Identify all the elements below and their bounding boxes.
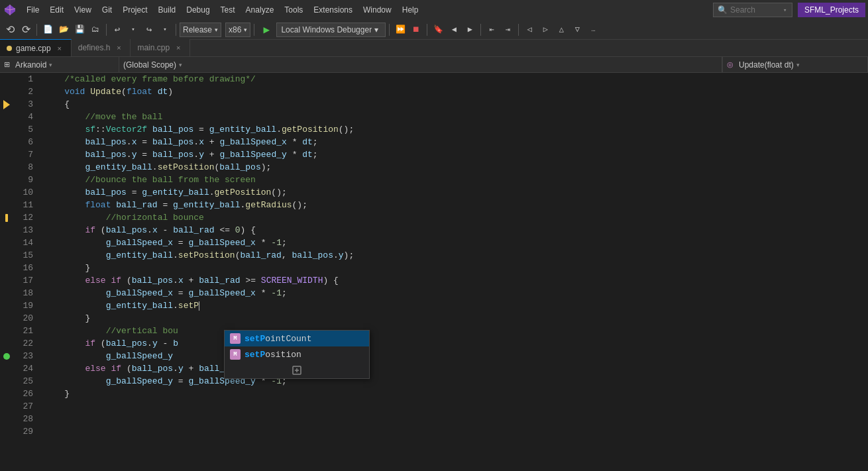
menu-analyze[interactable]: Analyze [241,0,280,20]
prev-bookmark-btn[interactable]: ◀ [447,23,461,37]
menu-git[interactable]: Git [97,0,117,20]
debugger-dropdown[interactable]: Local Windows Debugger ▾ [276,23,386,37]
config-arrow: ▾ [215,26,218,33]
code-line-8: ball_pos.y = ball_pos.y + g_ballSpeed_y … [44,148,868,161]
sep1 [36,24,37,36]
config-dropdown[interactable]: Release ▾ [180,23,221,37]
save-btn[interactable]: 💾 [72,23,87,37]
gutter-line-5 [0,123,13,136]
menu-window[interactable]: Window [358,0,397,20]
scope-dropdown[interactable]: ⊞ Arkanoid ▾ [0,57,119,72]
save-all-btn[interactable]: 🗂 [88,23,103,37]
nav-up-btn[interactable]: △ [554,23,569,37]
open-folder-btn[interactable]: 📂 [56,23,71,37]
function-dropdown[interactable]: ◎ Update(float dt) ▾ [722,57,868,72]
menu-test[interactable]: Test [215,0,241,20]
gutter-line-23 [0,350,13,362]
forward-btn[interactable]: ⟳ [19,23,33,37]
menu-tools[interactable]: Tools [279,0,308,20]
menu-help[interactable]: Help [397,0,424,20]
code-line-12: ball_pos = g_entity_ball.getPosition(); [44,186,868,199]
menu-debug[interactable]: Debug [181,0,215,20]
code-line-16: g_ballSpeed_x = g_ballSpeed_x * -1; [44,236,868,249]
search-input[interactable] [730,5,783,15]
bookmark-btn[interactable]: 🔖 [431,23,445,37]
gutter-line-1 [0,73,13,85]
code-line-20: g_ballSpeed_x = g_ballSpeed_x * -1; [44,287,868,299]
menu-extensions[interactable]: Extensions [308,0,358,20]
global-scope-dropdown[interactable]: (Global Scope) ▾ [119,57,722,72]
autocomplete-icon-0: M [230,333,241,344]
gutter-line-27 [0,400,13,413]
global-scope-arrow: ▾ [179,62,182,68]
platform-dropdown[interactable]: x86 ▾ [225,23,250,37]
code-line-14: //horizontal bounce [44,211,868,224]
outdent-btn[interactable]: ⇤ [484,23,499,37]
tab-game-cpp[interactable]: game.cpp × [0,39,72,56]
redo-arrow[interactable]: ▾ [158,23,172,37]
autocomplete-label-0: setPointCount [244,334,311,344]
code-line-26: else if (ball_pos.y + ball_rad >= SCREEN… [44,362,868,375]
toolbar: ⟲ ⟳ 📄 📂 💾 🗂 ↩ ▾ ↪ ▾ Release ▾ x86 ▾ ▶ Lo… [0,20,868,40]
nav-down-btn[interactable]: ▽ [570,23,584,37]
tab-main-cpp[interactable]: main.cpp × [131,39,190,56]
gutter-line-21 [0,325,13,337]
code-line-21: g_entity_ball.setP [44,299,868,312]
nav-bar: ⊞ Arkanoid ▾ (Global Scope) ▾ ◎ Update(f… [0,57,868,73]
tab-main-cpp-label: main.cpp [137,43,170,52]
gutter-line-18 [0,287,13,299]
code-line-6: sf::Vector2f ball_pos = g_entity_ball.ge… [44,123,868,136]
step-over-btn[interactable]: ⏩ [393,23,407,37]
gutter [0,73,13,471]
code-line-25: g_ballSpeed_y [44,350,868,362]
tabs-bar: game.cpp × defines.h × main.cpp × [0,40,868,57]
gutter-line-7 [0,148,13,161]
code-line-1: /*called every frame before drawing*/ [44,73,868,85]
tab-main-cpp-close[interactable]: × [174,43,183,52]
config-label: Release [183,25,212,34]
tab-game-cpp-close[interactable]: × [55,44,64,53]
menu-view[interactable]: View [69,0,97,20]
code-line-17: g_entity_ball.setPosition(ball_rad, ball… [44,249,868,262]
extra-btn[interactable]: … [586,23,600,37]
autocomplete-item-1[interactable]: M setPosition [225,346,369,362]
play-button[interactable]: ▶ [258,23,275,37]
search-box[interactable]: 🔍 ▾ [713,3,792,17]
autocomplete-item-0[interactable]: M setPointCount [225,331,369,346]
gutter-line-13 [0,224,13,236]
nav-prev-btn[interactable]: ◁ [522,23,537,37]
back-btn[interactable]: ⟲ [3,23,17,37]
code-line-5: //move the ball [44,111,868,123]
redo-btn[interactable]: ↪ [142,23,156,37]
menu-file[interactable]: File [21,0,44,20]
next-bookmark-btn[interactable]: ▶ [462,23,477,37]
autocomplete-icon-1: M [230,349,241,360]
menu-build[interactable]: Build [153,0,182,20]
nav-next-btn[interactable]: ▷ [538,23,553,37]
gutter-line-3 [0,98,13,111]
new-file-btn[interactable]: 📄 [40,23,55,37]
gutter-line-24 [0,362,13,375]
stop-btn[interactable]: ⏹ [409,23,423,37]
indent-btn[interactable]: ⇥ [500,23,515,37]
tab-defines-h[interactable]: defines.h × [72,39,131,56]
scope-label: Arkanoid [15,60,46,70]
project-badge[interactable]: SFML_Projects [798,3,865,17]
gutter-line-12 [0,211,13,224]
undo-arrow[interactable]: ▾ [126,23,140,37]
code-line-18: } [44,262,868,274]
sep7 [480,24,481,36]
scope-arrow: ▾ [49,62,52,68]
menu-edit[interactable]: Edit [44,0,69,20]
autocomplete-popup[interactable]: M setPointCount M setPosition [224,330,370,379]
search-dropdown-icon[interactable]: ▾ [783,7,787,14]
editor-content[interactable]: /*called every frame before drawing*/ vo… [38,73,868,471]
gutter-line-8 [0,161,13,174]
platform-label: x86 [229,25,241,34]
code-line-23: //vertical bou [44,325,868,337]
gutter-line-11 [0,199,13,211]
tab-defines-h-close[interactable]: × [114,43,123,52]
search-icon: 🔍 [718,5,728,15]
undo-btn[interactable]: ↩ [110,23,125,37]
menu-project[interactable]: Project [117,0,152,20]
